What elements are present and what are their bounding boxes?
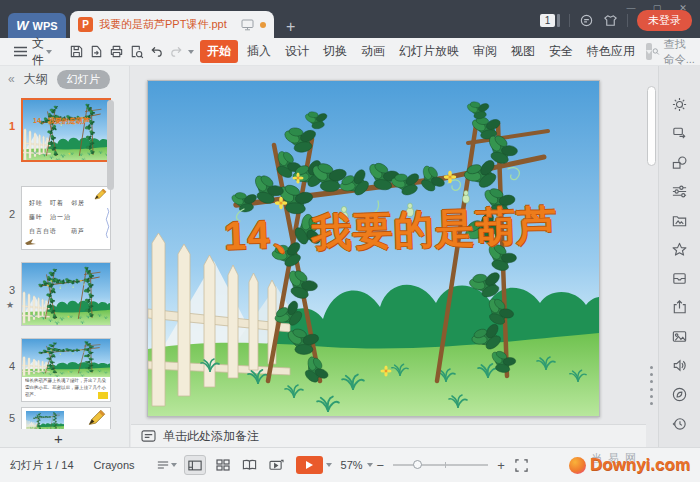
zoom-level[interactable]: 57% xyxy=(341,459,363,471)
collapse-panel-icon[interactable]: « xyxy=(8,72,15,86)
image-icon[interactable] xyxy=(659,322,700,351)
thumb-number-5: 5 xyxy=(9,412,15,424)
document-title: 我要的是葫芦PPT课件.ppt xyxy=(99,17,235,32)
thumb-number-4: 4 xyxy=(9,360,15,372)
tab-security[interactable]: 安全 xyxy=(542,40,580,63)
watermark-site-text: Downyi.com xyxy=(590,455,690,475)
slide-thumbnail-5[interactable] xyxy=(21,407,111,429)
print-icon[interactable] xyxy=(106,42,126,62)
properties-icon[interactable] xyxy=(659,177,700,206)
slide-thumbnail-3[interactable] xyxy=(21,262,111,326)
file-caret-icon xyxy=(46,50,52,54)
shapes-icon[interactable] xyxy=(659,148,700,177)
tab-view[interactable]: 视图 xyxy=(504,40,542,63)
tab-slideshow[interactable]: 幻灯片放映 xyxy=(392,40,466,63)
normal-view-icon[interactable] xyxy=(184,455,206,475)
tab-home[interactable]: 开始 xyxy=(200,40,238,63)
slide-editor[interactable]: 14、我要的是葫芦 xyxy=(147,80,600,417)
share-icon[interactable] xyxy=(659,293,700,322)
material-box-icon[interactable] xyxy=(659,264,700,293)
workspace-badge[interactable]: 1 xyxy=(540,14,560,27)
menubar: 文件 开始 插入 设计 切换 动画 幻灯片放映 审阅 视图 xyxy=(0,38,700,66)
find-command-search[interactable]: 查找命令... xyxy=(652,37,695,67)
clipart-library-icon[interactable] xyxy=(659,206,700,235)
zoom-slider-knob[interactable] xyxy=(413,460,422,469)
slide-counter: 幻灯片 1 / 14 xyxy=(10,458,74,473)
thumb-number-2: 2 xyxy=(9,208,15,220)
content-area: « 大纲 幻灯片 1 14、我要的是葫芦 2 好哇 盯着 邻居 藤叶 治一治 自… xyxy=(0,66,700,447)
redo-icon[interactable] xyxy=(166,42,186,62)
history-icon[interactable] xyxy=(659,409,700,438)
slide-thumbnail-2[interactable]: 好哇 盯着 邻居 藤叶 治一治 自言自语 葫芦 xyxy=(21,186,111,250)
play-slideshow-button[interactable] xyxy=(296,456,323,474)
favorites-icon[interactable] xyxy=(659,235,700,264)
tab-animation[interactable]: 动画 xyxy=(354,40,392,63)
tab-special-features[interactable]: 特色应用 xyxy=(580,40,642,63)
smart-features-icon[interactable] xyxy=(659,90,700,119)
quickbar-caret-icon[interactable] xyxy=(188,50,194,54)
thumb4-caption: 细长的葫芦藤上长满了绿叶，开出了几朵雪白的小花。花谢以后，藤上挂了几个小葫芦。 xyxy=(25,378,107,400)
thumb2-words-line1: 好哇 盯着 邻居 xyxy=(29,196,85,210)
play-options-caret-icon[interactable] xyxy=(326,463,332,467)
watermark: 当易网 Downyi.com xyxy=(569,455,690,475)
fit-to-window-icon[interactable] xyxy=(515,459,528,472)
thumbnail-scrollbar[interactable] xyxy=(107,100,114,190)
document-tab[interactable]: P 我要的是葫芦PPT课件.ppt xyxy=(70,11,274,38)
zoom-out-button[interactable]: − xyxy=(377,458,385,473)
bird-doodle-icon xyxy=(25,238,37,246)
thumb2-words-line2: 藤叶 治一治 xyxy=(29,210,85,224)
slideshow-from-current-icon[interactable] xyxy=(267,456,287,474)
slide-thumbnail-4[interactable]: 细长的葫芦藤上长满了绿叶，开出了几朵雪白的小花。花谢以后，藤上挂了几个小葫芦。 xyxy=(21,338,111,402)
zoom-caret-icon[interactable] xyxy=(367,463,373,467)
tab-outline[interactable]: 大纲 xyxy=(24,71,48,88)
monitor-icon xyxy=(241,19,254,31)
animation-indicator-icon: ★ xyxy=(6,300,14,310)
login-button[interactable]: 未登录 xyxy=(637,10,692,31)
downyi-logo-icon xyxy=(569,457,586,474)
squiggle-decoration xyxy=(105,203,110,243)
wps-logo-icon: W xyxy=(16,18,28,33)
scrollbar-thumb[interactable] xyxy=(647,86,656,166)
right-toolbar xyxy=(658,66,700,447)
notes-icon xyxy=(141,430,156,443)
zoom-slider[interactable] xyxy=(393,464,488,466)
undo-icon[interactable] xyxy=(146,42,166,62)
animation-pane-icon[interactable] xyxy=(659,119,700,148)
tab-insert[interactable]: 插入 xyxy=(240,40,278,63)
add-slide-button[interactable]: + xyxy=(0,429,117,447)
thumb1-title: 14、我要的是葫芦 xyxy=(33,116,90,126)
tab-design[interactable]: 设计 xyxy=(278,40,316,63)
audio-icon[interactable] xyxy=(659,351,700,380)
eco-mode-icon[interactable] xyxy=(659,380,700,409)
new-tab-button[interactable]: + xyxy=(286,19,295,35)
tab-transition[interactable]: 切换 xyxy=(316,40,354,63)
previous-slide-button[interactable] xyxy=(650,366,653,383)
slide-sorter-view-icon[interactable] xyxy=(213,456,233,474)
thumbnail-list: 1 14、我要的是葫芦 2 好哇 盯着 邻居 藤叶 治一治 自言自语 葫芦 xyxy=(0,92,117,429)
wps-presentation-window: W WPS P 我要的是葫芦PPT课件.ppt + — ▢ ✕ 1 xyxy=(0,0,700,482)
notes-toggle-icon[interactable] xyxy=(157,456,177,474)
print-preview-icon[interactable] xyxy=(126,42,146,62)
tab-review[interactable]: 审阅 xyxy=(466,40,504,63)
reading-view-icon[interactable] xyxy=(240,456,260,474)
skin-theme-icon[interactable] xyxy=(603,13,618,28)
file-menu[interactable]: 文件 xyxy=(32,35,44,69)
thumb-number-1: 1 xyxy=(9,120,15,132)
next-slide-button[interactable] xyxy=(650,388,653,405)
pencil-doodle-icon xyxy=(88,410,106,426)
export-pdf-icon[interactable] xyxy=(86,42,106,62)
zoom-in-button[interactable]: + xyxy=(497,458,505,473)
slide-thumbnail-1[interactable]: 14、我要的是葫芦 xyxy=(21,98,111,162)
notes-bar[interactable]: 单击此处添加备注 xyxy=(131,424,646,447)
titlebar: W WPS P 我要的是葫芦PPT课件.ppt + — ▢ ✕ 1 xyxy=(0,0,700,38)
canvas-scrollbar[interactable] xyxy=(646,66,658,425)
theme-name[interactable]: Crayons xyxy=(94,459,135,471)
slide-canvas: 14、我要的是葫芦 单击此处添加备注 xyxy=(131,66,646,447)
hamburger-menu-icon[interactable] xyxy=(10,42,30,62)
tab-slides[interactable]: 幻灯片 xyxy=(57,70,110,89)
save-icon[interactable] xyxy=(66,42,86,62)
message-icon[interactable] xyxy=(579,13,594,28)
thumb-number-3: 3 xyxy=(9,284,15,296)
ribbon-tabs: 开始 插入 设计 切换 动画 幻灯片放映 审阅 视图 安全 特色应用 xyxy=(200,40,642,63)
slide-title-text[interactable]: 14、我要的是葫芦 xyxy=(223,197,558,264)
